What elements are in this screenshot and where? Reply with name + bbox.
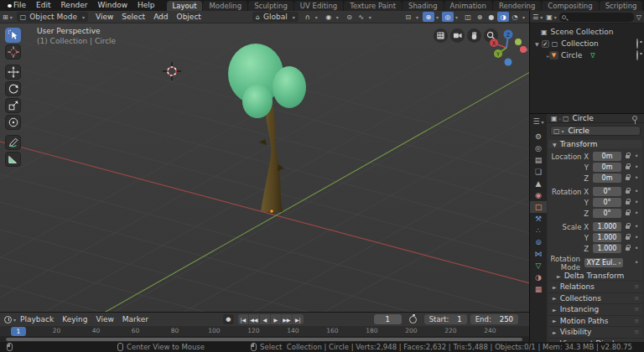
rotation-mode-dropdown[interactable]: XYZ Eul.. ▾ xyxy=(584,258,623,267)
workspace-tab[interactable]: Compositing xyxy=(542,1,598,11)
current-frame-field[interactable]: 1 xyxy=(374,314,402,324)
proportional-editing-toggle[interactable]: ⊙ xyxy=(344,12,356,22)
lock-icon[interactable] xyxy=(626,225,630,229)
snap-magnet-toggle[interactable]: ∩ xyxy=(302,12,314,22)
shading-solid-button[interactable]: ● xyxy=(486,12,497,22)
animate-dot[interactable]: • xyxy=(633,163,640,171)
tab-render[interactable]: ◎ xyxy=(530,142,547,154)
viewport-menu[interactable]: Select xyxy=(117,13,149,21)
transform-value-field[interactable]: 1.000 xyxy=(593,233,621,242)
rotate-tool[interactable] xyxy=(5,81,21,96)
prev-keyframe-button[interactable]: ◀◀ xyxy=(249,314,260,324)
transform-value-field[interactable]: 1.000 xyxy=(593,244,621,253)
animate-dot[interactable]: • xyxy=(633,259,640,267)
end-frame-field[interactable]: End: 250 xyxy=(470,314,518,324)
lock-icon[interactable] xyxy=(626,212,630,215)
delta-transform-section[interactable]: ► Delta Transform xyxy=(548,272,642,280)
tree-object[interactable] xyxy=(228,44,306,213)
filter-icon[interactable]: ▽ xyxy=(636,13,641,21)
transform-panel-header[interactable]: ▼ Transform xyxy=(548,140,642,148)
tab-world[interactable]: ◉ xyxy=(530,189,547,201)
viewport-menu[interactable]: View xyxy=(91,13,117,21)
workspace-tab[interactable]: Shading xyxy=(402,1,444,11)
transform-value-field[interactable]: 0m xyxy=(593,152,621,161)
timeline-menu[interactable]: Marker xyxy=(118,315,153,324)
animate-dot[interactable]: • xyxy=(633,174,640,182)
transform-tool[interactable] xyxy=(5,115,21,130)
timeline-scrollbar[interactable] xyxy=(0,336,529,342)
object-visibility-toggle[interactable] xyxy=(636,51,638,60)
tab-output[interactable]: ▤ xyxy=(530,154,547,166)
play-button[interactable]: ▶ xyxy=(271,314,282,324)
workspace-tab[interactable]: Texture Paint xyxy=(344,1,402,11)
topbar-menu[interactable]: File xyxy=(8,0,31,11)
properties-editor-type-icon[interactable]: ☰▾ xyxy=(530,116,547,127)
tab-particles[interactable]: ∴ xyxy=(530,225,547,236)
gizmo-y-negative[interactable] xyxy=(515,39,522,45)
select-box-tool[interactable] xyxy=(5,28,21,43)
tab-tool[interactable]: ⚙ xyxy=(530,131,547,142)
topbar-menu[interactable]: Window xyxy=(93,0,133,11)
tab-object[interactable]: □ xyxy=(530,201,547,213)
tab-modifiers[interactable]: ⚒ xyxy=(530,213,547,225)
next-keyframe-button[interactable]: ▶▶ xyxy=(282,314,293,324)
topbar-menu[interactable]: Render xyxy=(56,0,93,11)
timeline-menu[interactable]: Playback xyxy=(16,315,58,324)
outliner-row-scene-collection[interactable]: ▣ Scene Collection xyxy=(530,26,644,38)
move-tool[interactable] xyxy=(5,65,21,80)
pan-view-button[interactable] xyxy=(467,28,481,43)
scale-tool[interactable] xyxy=(5,98,21,113)
properties-section[interactable]: ► Instancing ≡ xyxy=(548,304,642,316)
tab-constraints[interactable]: ⋈ xyxy=(530,248,547,260)
lock-icon[interactable] xyxy=(626,166,630,169)
navigation-gizmo[interactable]: Z X Y xyxy=(486,27,528,70)
transform-value-field[interactable]: 0° xyxy=(593,209,621,218)
properties-section[interactable]: ► Collections ≡ xyxy=(548,293,642,305)
animate-dot[interactable]: • xyxy=(633,210,640,217)
collection-visibility-toggle[interactable] xyxy=(636,39,638,48)
tab-object-data[interactable]: ▽ xyxy=(530,260,547,272)
animate-dot[interactable]: • xyxy=(633,188,640,195)
gizmo-z-negative[interactable] xyxy=(505,59,512,66)
playhead[interactable]: 1 xyxy=(11,327,26,336)
show-gizmo-toggle[interactable]: ⊕ xyxy=(423,12,434,22)
annotate-tool[interactable] xyxy=(5,135,21,150)
topbar-menu[interactable]: Edit xyxy=(31,0,55,11)
outliner-collection-icon[interactable]: ▣ xyxy=(546,13,553,21)
lock-icon[interactable] xyxy=(626,177,630,180)
properties-section[interactable]: ► Relations ≡ xyxy=(548,282,642,293)
jump-to-end-button[interactable]: ▶| xyxy=(293,314,304,324)
timeline-ruler[interactable]: 20406080100120140160180200220240 1 xyxy=(0,326,529,336)
3d-viewport[interactable]: User Perspective (1) Collection | Circle xyxy=(0,23,529,312)
animate-dot[interactable]: • xyxy=(633,223,640,230)
animate-dot[interactable]: • xyxy=(633,234,640,241)
outliner-row-object[interactable]: ▸ ▼ Circle ∇ xyxy=(530,49,644,61)
collection-checkbox[interactable]: ✓ xyxy=(542,40,549,48)
tab-view-layer[interactable]: ❏ xyxy=(530,166,547,178)
workspace-tab[interactable]: Sculpting xyxy=(248,1,293,11)
expand-arrow-icon[interactable]: ▼ xyxy=(535,41,539,47)
show-overlays-toggle[interactable]: ◎ xyxy=(442,12,454,22)
tab-physics[interactable]: ⊚ xyxy=(530,236,547,248)
outliner-row-collection[interactable]: ▼ ✓ ▢ Collection xyxy=(530,38,644,49)
transform-orientation-dropdown[interactable]: ⌂ Global ▾ xyxy=(252,12,299,22)
transform-value-field[interactable]: 0° xyxy=(593,198,621,207)
editor-type-icon[interactable]: ⊞ xyxy=(3,13,8,21)
timeline-menu[interactable]: Keying xyxy=(58,315,91,324)
object-name-field[interactable]: ▢▾ Circle xyxy=(550,126,641,136)
lock-icon[interactable] xyxy=(626,155,630,158)
shading-lookdev-button[interactable]: ◑ xyxy=(497,12,509,22)
tab-texture[interactable]: ▦ xyxy=(530,283,547,295)
workspace-tab[interactable]: Modeling xyxy=(203,1,247,11)
viewport-menu[interactable]: Object xyxy=(173,13,205,21)
animate-dot[interactable]: • xyxy=(633,245,640,252)
timeline-menu[interactable]: View xyxy=(91,315,117,324)
measure-tool[interactable] xyxy=(5,152,21,167)
proportional-falloff-icon[interactable]: ∿ xyxy=(356,12,367,22)
toggle-perspective-button[interactable] xyxy=(434,28,448,43)
sidebar-expand-arrow[interactable]: ‹ xyxy=(525,45,528,54)
viewport-menu[interactable]: Add xyxy=(149,13,172,21)
workspace-tab[interactable]: Scripting xyxy=(600,1,643,11)
transform-pivot-dropdown[interactable]: ◉ xyxy=(323,12,335,22)
lock-icon[interactable] xyxy=(626,247,630,251)
